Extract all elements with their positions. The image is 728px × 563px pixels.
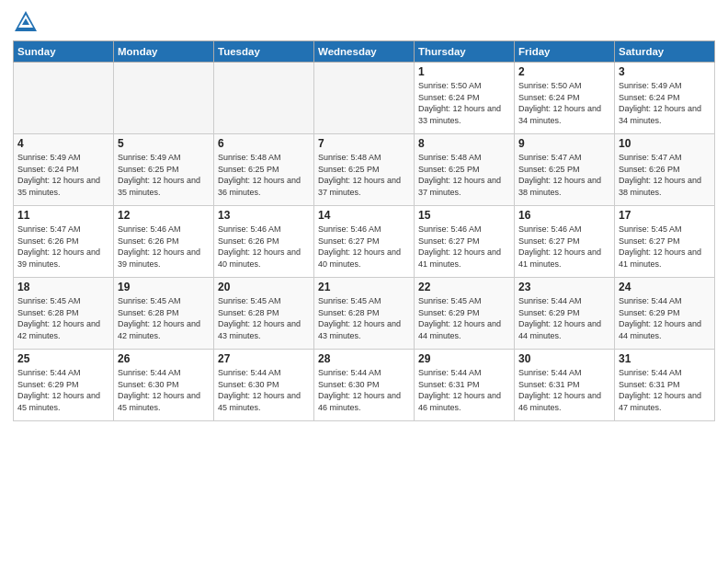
day-info: Sunrise: 5:49 AM Sunset: 6:24 PM Dayligh… bbox=[619, 80, 711, 126]
calendar-cell: 20Sunrise: 5:45 AM Sunset: 6:28 PM Dayli… bbox=[214, 278, 314, 350]
calendar-cell: 21Sunrise: 5:45 AM Sunset: 6:28 PM Dayli… bbox=[314, 278, 415, 350]
day-info: Sunrise: 5:46 AM Sunset: 6:27 PM Dayligh… bbox=[318, 224, 410, 270]
calendar-cell: 9Sunrise: 5:47 AM Sunset: 6:25 PM Daylig… bbox=[515, 134, 615, 206]
calendar-cell: 2Sunrise: 5:50 AM Sunset: 6:24 PM Daylig… bbox=[515, 63, 615, 134]
calendar-cell: 4Sunrise: 5:49 AM Sunset: 6:24 PM Daylig… bbox=[14, 134, 114, 206]
logo bbox=[13, 9, 42, 35]
day-info: Sunrise: 5:48 AM Sunset: 6:25 PM Dayligh… bbox=[218, 152, 310, 198]
calendar-cell: 23Sunrise: 5:44 AM Sunset: 6:29 PM Dayli… bbox=[515, 278, 615, 350]
day-info: Sunrise: 5:45 AM Sunset: 6:28 PM Dayligh… bbox=[17, 295, 109, 341]
day-number: 29 bbox=[418, 352, 510, 365]
calendar-cell: 12Sunrise: 5:46 AM Sunset: 6:26 PM Dayli… bbox=[114, 206, 214, 278]
day-info: Sunrise: 5:46 AM Sunset: 6:26 PM Dayligh… bbox=[118, 224, 210, 270]
day-info: Sunrise: 5:44 AM Sunset: 6:31 PM Dayligh… bbox=[418, 367, 510, 413]
calendar-cell: 1Sunrise: 5:50 AM Sunset: 6:24 PM Daylig… bbox=[415, 63, 515, 134]
day-header-monday: Monday bbox=[114, 41, 214, 63]
day-info: Sunrise: 5:47 AM Sunset: 6:26 PM Dayligh… bbox=[17, 224, 109, 270]
day-number: 15 bbox=[418, 209, 510, 222]
day-number: 26 bbox=[118, 352, 210, 365]
calendar-cell: 31Sunrise: 5:44 AM Sunset: 6:31 PM Dayli… bbox=[615, 350, 715, 421]
day-number: 13 bbox=[218, 209, 310, 222]
day-number: 14 bbox=[318, 209, 410, 222]
week-row-2: 4Sunrise: 5:49 AM Sunset: 6:24 PM Daylig… bbox=[14, 134, 715, 206]
calendar-cell: 17Sunrise: 5:45 AM Sunset: 6:27 PM Dayli… bbox=[615, 206, 715, 278]
calendar-cell: 13Sunrise: 5:46 AM Sunset: 6:26 PM Dayli… bbox=[214, 206, 314, 278]
week-row-4: 18Sunrise: 5:45 AM Sunset: 6:28 PM Dayli… bbox=[14, 278, 715, 350]
calendar-cell: 24Sunrise: 5:44 AM Sunset: 6:29 PM Dayli… bbox=[615, 278, 715, 350]
day-number: 21 bbox=[318, 281, 410, 293]
day-info: Sunrise: 5:45 AM Sunset: 6:27 PM Dayligh… bbox=[619, 224, 711, 270]
day-number: 3 bbox=[619, 65, 711, 78]
day-info: Sunrise: 5:50 AM Sunset: 6:24 PM Dayligh… bbox=[518, 80, 610, 126]
day-info: Sunrise: 5:44 AM Sunset: 6:30 PM Dayligh… bbox=[118, 367, 210, 413]
calendar-cell: 22Sunrise: 5:45 AM Sunset: 6:29 PM Dayli… bbox=[415, 278, 515, 350]
day-info: Sunrise: 5:44 AM Sunset: 6:30 PM Dayligh… bbox=[318, 367, 410, 413]
day-number: 30 bbox=[518, 352, 610, 365]
week-row-1: 1Sunrise: 5:50 AM Sunset: 6:24 PM Daylig… bbox=[14, 63, 715, 134]
day-header-friday: Friday bbox=[515, 41, 615, 63]
day-number: 20 bbox=[218, 281, 310, 293]
day-header-sunday: Sunday bbox=[14, 41, 114, 63]
day-number: 5 bbox=[118, 137, 210, 150]
day-number: 4 bbox=[17, 137, 109, 150]
calendar-cell: 8Sunrise: 5:48 AM Sunset: 6:25 PM Daylig… bbox=[415, 134, 515, 206]
day-number: 16 bbox=[518, 209, 610, 222]
logo-icon bbox=[13, 9, 39, 35]
day-info: Sunrise: 5:50 AM Sunset: 6:24 PM Dayligh… bbox=[418, 80, 510, 126]
day-info: Sunrise: 5:44 AM Sunset: 6:29 PM Dayligh… bbox=[619, 295, 711, 341]
calendar-cell: 16Sunrise: 5:46 AM Sunset: 6:27 PM Dayli… bbox=[515, 206, 615, 278]
calendar-cell bbox=[314, 63, 415, 134]
week-row-3: 11Sunrise: 5:47 AM Sunset: 6:26 PM Dayli… bbox=[14, 206, 715, 278]
day-number: 9 bbox=[518, 137, 610, 150]
day-info: Sunrise: 5:45 AM Sunset: 6:28 PM Dayligh… bbox=[218, 295, 310, 341]
days-header-row: SundayMondayTuesdayWednesdayThursdayFrid… bbox=[14, 41, 715, 63]
day-number: 27 bbox=[218, 352, 310, 365]
day-info: Sunrise: 5:49 AM Sunset: 6:25 PM Dayligh… bbox=[118, 152, 210, 198]
calendar-cell: 11Sunrise: 5:47 AM Sunset: 6:26 PM Dayli… bbox=[14, 206, 114, 278]
day-info: Sunrise: 5:46 AM Sunset: 6:27 PM Dayligh… bbox=[418, 224, 510, 270]
calendar-cell: 25Sunrise: 5:44 AM Sunset: 6:29 PM Dayli… bbox=[14, 350, 114, 421]
calendar-cell: 15Sunrise: 5:46 AM Sunset: 6:27 PM Dayli… bbox=[415, 206, 515, 278]
day-info: Sunrise: 5:47 AM Sunset: 6:25 PM Dayligh… bbox=[518, 152, 610, 198]
day-number: 6 bbox=[218, 137, 310, 150]
calendar-cell: 7Sunrise: 5:48 AM Sunset: 6:25 PM Daylig… bbox=[314, 134, 415, 206]
day-number: 24 bbox=[619, 281, 711, 293]
day-number: 7 bbox=[318, 137, 410, 150]
calendar-cell: 30Sunrise: 5:44 AM Sunset: 6:31 PM Dayli… bbox=[515, 350, 615, 421]
day-info: Sunrise: 5:44 AM Sunset: 6:29 PM Dayligh… bbox=[17, 367, 109, 413]
day-info: Sunrise: 5:46 AM Sunset: 6:27 PM Dayligh… bbox=[518, 224, 610, 270]
day-number: 18 bbox=[17, 281, 109, 293]
day-number: 22 bbox=[418, 281, 510, 293]
day-info: Sunrise: 5:44 AM Sunset: 6:31 PM Dayligh… bbox=[518, 367, 610, 413]
calendar-cell: 26Sunrise: 5:44 AM Sunset: 6:30 PM Dayli… bbox=[114, 350, 214, 421]
header bbox=[13, 9, 715, 35]
calendar-cell bbox=[14, 63, 114, 134]
day-info: Sunrise: 5:49 AM Sunset: 6:24 PM Dayligh… bbox=[17, 152, 109, 198]
calendar-cell: 29Sunrise: 5:44 AM Sunset: 6:31 PM Dayli… bbox=[415, 350, 515, 421]
day-number: 8 bbox=[418, 137, 510, 150]
day-number: 23 bbox=[518, 281, 610, 293]
day-number: 28 bbox=[318, 352, 410, 365]
calendar-cell: 28Sunrise: 5:44 AM Sunset: 6:30 PM Dayli… bbox=[314, 350, 415, 421]
calendar-cell: 6Sunrise: 5:48 AM Sunset: 6:25 PM Daylig… bbox=[214, 134, 314, 206]
day-info: Sunrise: 5:47 AM Sunset: 6:26 PM Dayligh… bbox=[619, 152, 711, 198]
day-info: Sunrise: 5:45 AM Sunset: 6:28 PM Dayligh… bbox=[118, 295, 210, 341]
day-info: Sunrise: 5:46 AM Sunset: 6:26 PM Dayligh… bbox=[218, 224, 310, 270]
day-number: 12 bbox=[118, 209, 210, 222]
day-info: Sunrise: 5:45 AM Sunset: 6:29 PM Dayligh… bbox=[418, 295, 510, 341]
day-number: 17 bbox=[619, 209, 711, 222]
calendar-cell: 10Sunrise: 5:47 AM Sunset: 6:26 PM Dayli… bbox=[615, 134, 715, 206]
day-number: 2 bbox=[518, 65, 610, 78]
calendar-page: SundayMondayTuesdayWednesdayThursdayFrid… bbox=[0, 0, 728, 563]
day-header-thursday: Thursday bbox=[415, 41, 515, 63]
day-info: Sunrise: 5:44 AM Sunset: 6:31 PM Dayligh… bbox=[619, 367, 711, 413]
day-number: 25 bbox=[17, 352, 109, 365]
calendar-cell: 3Sunrise: 5:49 AM Sunset: 6:24 PM Daylig… bbox=[615, 63, 715, 134]
calendar-table: SundayMondayTuesdayWednesdayThursdayFrid… bbox=[13, 40, 715, 421]
day-header-tuesday: Tuesday bbox=[214, 41, 314, 63]
day-info: Sunrise: 5:45 AM Sunset: 6:28 PM Dayligh… bbox=[318, 295, 410, 341]
calendar-cell: 19Sunrise: 5:45 AM Sunset: 6:28 PM Dayli… bbox=[114, 278, 214, 350]
day-number: 31 bbox=[619, 352, 711, 365]
week-row-5: 25Sunrise: 5:44 AM Sunset: 6:29 PM Dayli… bbox=[14, 350, 715, 421]
calendar-cell bbox=[114, 63, 214, 134]
